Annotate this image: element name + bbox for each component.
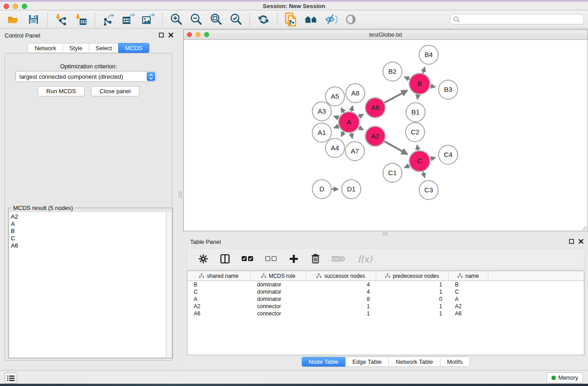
table-cell[interactable]: A	[449, 295, 488, 303]
table-cell[interactable]: 1	[376, 310, 449, 317]
edge-C-C3[interactable]	[423, 172, 425, 177]
import-table-button[interactable]	[74, 13, 88, 26]
table-cell[interactable]: A2	[187, 303, 251, 310]
select-all-button[interactable]	[241, 253, 254, 265]
save-session-button[interactable]	[27, 13, 40, 26]
edge-A-A8[interactable]	[351, 106, 353, 111]
table-cell[interactable]: A6	[187, 310, 251, 317]
table-cell[interactable]: 4	[306, 281, 376, 288]
open-session-button[interactable]	[7, 13, 20, 26]
result-item[interactable]: A6	[11, 242, 166, 249]
edge-C-C2[interactable]	[417, 145, 418, 151]
edge-B-B4[interactable]	[423, 67, 425, 73]
tab-select[interactable]: Select	[89, 43, 118, 53]
edge-A2-C[interactable]	[384, 141, 407, 154]
node-C2[interactable]: C2	[406, 123, 425, 142]
tab-network[interactable]: Network	[28, 43, 62, 53]
close-panel-button[interactable]: Close panel	[91, 86, 139, 96]
tab-mcds[interactable]: MCDS	[118, 43, 149, 53]
node-B4[interactable]: B4	[419, 45, 438, 64]
column-header-MCDS-role[interactable]: MCDS role	[251, 271, 306, 281]
edge-A-A4[interactable]	[341, 132, 344, 136]
table-cell[interactable]: C	[187, 288, 251, 295]
task-history-button[interactable]	[5, 372, 17, 384]
run-mcds-button[interactable]: Run MCDS	[38, 86, 85, 96]
edge-A-A1[interactable]	[334, 126, 339, 128]
tab-edge-table[interactable]: Edge Table	[345, 357, 389, 367]
result-item[interactable]: C	[11, 235, 166, 242]
zoom-fit-button[interactable]	[209, 13, 223, 26]
table-cell[interactable]: dominator	[251, 295, 306, 303]
vertical-splitter-handle[interactable]	[179, 191, 182, 198]
function-builder-button[interactable]: f(x)	[356, 253, 374, 265]
node-C3[interactable]: C3	[419, 181, 438, 200]
node-A[interactable]: A	[339, 112, 359, 133]
search-input[interactable]	[450, 14, 584, 24]
float-panel-icon[interactable]	[159, 33, 164, 38]
resize-grip-icon[interactable]	[582, 225, 587, 230]
tab-motifs[interactable]: Motifs	[440, 357, 469, 367]
edge-A6-B[interactable]	[384, 91, 407, 103]
close-panel-icon[interactable]	[578, 239, 583, 244]
node-A3[interactable]: A3	[312, 102, 331, 121]
memory-button[interactable]: Memory	[546, 372, 583, 383]
zoom-selected-button[interactable]	[229, 13, 243, 26]
table-cell[interactable]: 1	[376, 288, 449, 295]
node-A5[interactable]: A5	[325, 87, 344, 106]
node-C1[interactable]: C1	[383, 163, 402, 182]
tab-network-table[interactable]: Network Table	[389, 357, 440, 367]
node-C[interactable]: C	[409, 151, 430, 172]
criterion-dropdown[interactable]: largest connected component (directed)	[15, 71, 157, 82]
table-row[interactable]: Cdominator41C	[187, 288, 584, 295]
horizontal-splitter[interactable]	[183, 231, 588, 236]
table-row[interactable]: A6connector11A6	[187, 310, 584, 317]
close-panel-icon[interactable]	[168, 33, 173, 38]
result-item[interactable]: B	[11, 228, 166, 235]
zoom-in-button[interactable]	[169, 13, 183, 26]
home-button[interactable]	[304, 13, 318, 26]
node-A4[interactable]: A4	[325, 138, 344, 157]
column-header-successor-nodes[interactable]: successor nodes	[306, 271, 376, 281]
table-cell[interactable]: 1	[306, 310, 376, 317]
table-row[interactable]: Bdominator41B	[187, 281, 584, 288]
node-A6[interactable]: A6	[365, 98, 385, 118]
table-cell[interactable]: B	[187, 281, 251, 288]
table-cell[interactable]: dominator	[251, 288, 306, 295]
edge-A-A6[interactable]	[359, 114, 363, 117]
edge-A-A7[interactable]	[351, 133, 352, 138]
tab-style[interactable]: Style	[62, 43, 89, 53]
tab-node-table[interactable]: Node Table	[302, 357, 346, 367]
table-row[interactable]: A2connector11A2	[187, 303, 584, 310]
node-A7[interactable]: A7	[345, 142, 364, 161]
node-D[interactable]: D	[312, 180, 331, 199]
export-image-button[interactable]	[142, 13, 155, 26]
hide-unhide-button[interactable]	[324, 13, 338, 26]
horizontal-splitter-handle[interactable]	[382, 232, 388, 235]
node-B3[interactable]: B3	[439, 80, 458, 99]
node-A1[interactable]: A1	[312, 123, 331, 142]
edge-B-B1[interactable]	[417, 95, 418, 100]
table-cell[interactable]: A	[187, 295, 251, 303]
table-row[interactable]: Adominator80A	[187, 295, 584, 303]
toggle-panel-button[interactable]	[219, 253, 231, 265]
table-cell[interactable]: dominator	[251, 281, 306, 288]
show-graphics-details-button[interactable]	[344, 13, 358, 26]
table-cell[interactable]: 1	[376, 281, 449, 288]
delete-row-button[interactable]	[310, 253, 321, 265]
table-cell[interactable]: 1	[376, 303, 449, 310]
node-B[interactable]: B	[409, 73, 430, 94]
export-network-button[interactable]	[102, 13, 115, 26]
edge-B-B2[interactable]	[404, 77, 410, 79]
import-network-button[interactable]	[54, 13, 68, 26]
column-header-predecessor-nodes[interactable]: predecessor nodes	[376, 271, 449, 281]
table-cell[interactable]: B	[449, 281, 488, 288]
edge-A-A5[interactable]	[341, 108, 344, 112]
edge-C-C1[interactable]	[405, 166, 410, 168]
table-cell[interactable]: 0	[376, 295, 449, 303]
edge-A-A3[interactable]	[334, 116, 339, 118]
delete-table-button[interactable]	[331, 253, 346, 265]
node-A2[interactable]: A2	[365, 126, 385, 146]
column-settings-button[interactable]	[197, 253, 209, 265]
node-D1[interactable]: D1	[342, 180, 361, 199]
float-panel-icon[interactable]	[569, 239, 574, 244]
